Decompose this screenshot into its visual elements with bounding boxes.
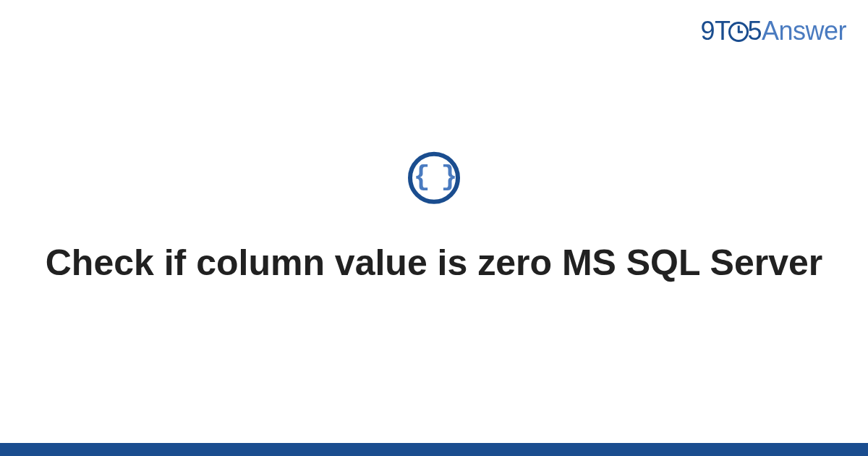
footer-bar xyxy=(0,443,868,456)
category-icon-circle: { } xyxy=(408,152,460,204)
clock-icon xyxy=(728,22,749,42)
logo-text-5: 5 xyxy=(747,16,762,46)
code-braces-icon: { } xyxy=(414,164,454,191)
logo-text-9t: 9T xyxy=(700,16,730,46)
logo-text-answer: Answer xyxy=(762,16,846,46)
page-title: Check if column value is zero MS SQL Ser… xyxy=(0,240,868,286)
main-content: { } Check if column value is zero MS SQL… xyxy=(0,152,868,286)
site-logo: 9T5Answer xyxy=(700,16,846,46)
